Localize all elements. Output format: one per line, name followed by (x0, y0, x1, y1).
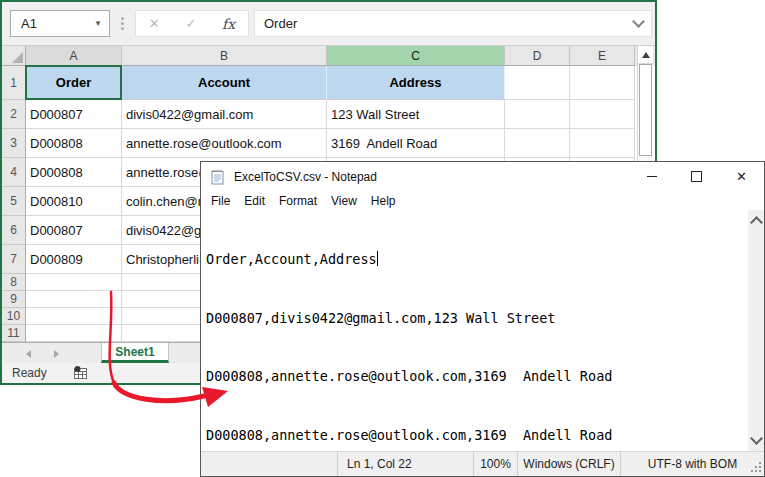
cell-a5[interactable]: D000810 (26, 187, 122, 216)
cell-c2[interactable]: 123 Wall Street (327, 100, 505, 129)
separator-dots-icon (121, 17, 124, 20)
window-controls: ✕ (629, 162, 764, 191)
status-encoding: UTF-8 with BOM (620, 452, 764, 476)
tab-sheet1[interactable]: Sheet1 (101, 343, 169, 363)
formula-bar-expand-icon[interactable] (632, 15, 645, 28)
maximize-icon (691, 171, 702, 182)
column-header-b[interactable]: B (122, 46, 327, 66)
row-header-3[interactable]: 3 (2, 129, 26, 158)
row-header-10[interactable]: 10 (2, 308, 26, 325)
name-box-value: A1 (21, 16, 37, 31)
menu-file[interactable]: File (204, 194, 237, 208)
cell-b2[interactable]: divis0422@gmail.com (122, 100, 327, 129)
status-encoding-label: UTF-8 with BOM (648, 457, 737, 471)
select-all-button[interactable] (2, 46, 26, 66)
menu-help[interactable]: Help (364, 194, 403, 208)
formula-bar-value: Order (264, 16, 297, 31)
macro-record-icon[interactable] (73, 366, 89, 380)
select-all-triangle-icon (12, 52, 23, 63)
cell-c1[interactable]: Address (327, 66, 505, 100)
row-header-6[interactable]: 6 (2, 216, 26, 245)
close-button[interactable]: ✕ (719, 162, 764, 191)
text-line-content: Order,Account,Address (206, 251, 377, 267)
row-header-1[interactable]: 1 (2, 66, 26, 100)
close-icon: ✕ (736, 170, 747, 183)
text-line: Order,Account,Address (206, 250, 748, 270)
cell-a11[interactable] (26, 325, 122, 342)
cell-c3[interactable]: 3169 Andell Road (327, 129, 505, 158)
menu-edit[interactable]: Edit (237, 194, 272, 208)
enter-icon[interactable]: ✓ (185, 16, 196, 31)
maximize-button[interactable] (674, 162, 719, 191)
column-header-row: A B C D E (2, 46, 655, 66)
text-line: D000807,divis0422@gmail.com,123 Wall Str… (206, 309, 748, 329)
notepad-menu-bar: File Edit Format View Help (201, 191, 764, 210)
cell-e2[interactable] (570, 100, 635, 129)
resize-grip-icon[interactable] (750, 461, 762, 473)
cell-a10[interactable] (26, 308, 122, 325)
sheet-nav-left-icon[interactable] (26, 350, 31, 358)
cell-e3[interactable] (570, 129, 635, 158)
cell-d2[interactable] (505, 100, 570, 129)
row-header-9[interactable]: 9 (2, 291, 26, 308)
notepad-app-icon (210, 169, 226, 185)
row-header-2[interactable]: 2 (2, 100, 26, 129)
menu-format[interactable]: Format (272, 194, 324, 208)
cell-e1[interactable] (570, 66, 635, 100)
notepad-title-bar[interactable]: ExcelToCSV.csv - Notepad ✕ (201, 162, 764, 191)
column-header-d[interactable]: D (505, 46, 570, 66)
cell-a4[interactable]: D000808 (26, 158, 122, 187)
formula-buttons-panel: ✕ ✓ fx (135, 10, 249, 37)
cell-a3[interactable]: D000808 (26, 129, 122, 158)
cancel-icon[interactable]: ✕ (149, 16, 160, 31)
formula-bar-row: A1 ▼ ✕ ✓ fx Order (2, 2, 655, 46)
ready-status-label: Ready (12, 366, 47, 380)
scrollbar-down-icon[interactable] (750, 432, 763, 445)
status-zoom: 100% (473, 452, 517, 476)
row-header-5[interactable]: 5 (2, 187, 26, 216)
sheet-row-3: 3 D000808 annette.rose@outlook.com 3169 … (2, 129, 655, 158)
notepad-window: ExcelToCSV.csv - Notepad ✕ File Edit For… (200, 161, 765, 477)
insert-function-icon[interactable]: fx (222, 16, 235, 32)
sheet-row-1: 1 Order Account Address (2, 66, 655, 100)
notepad-status-bar: Ln 1, Col 22 100% Windows (CRLF) UTF-8 w… (201, 451, 764, 476)
cell-a1-selected[interactable]: Order (26, 66, 122, 100)
cell-d1[interactable] (505, 66, 570, 100)
status-line-ending: Windows (CRLF) (517, 452, 620, 476)
cell-a9[interactable] (26, 291, 122, 308)
cell-a7[interactable]: D000809 (26, 245, 122, 274)
sheet-nav-right-icon[interactable] (54, 350, 59, 358)
column-header-c[interactable]: C (327, 46, 505, 66)
text-line: D000808,annette.rose@outlook.com,3169 An… (206, 367, 748, 387)
name-box-dropdown-icon[interactable]: ▼ (94, 19, 102, 28)
text-line: D000808,annette.rose@outlook.com,3169 An… (206, 426, 748, 446)
notepad-vertical-scrollbar[interactable] (748, 210, 764, 451)
formula-bar[interactable]: Order (254, 10, 652, 37)
cell-b1[interactable]: Account (122, 66, 327, 100)
scroll-up-button[interactable] (638, 46, 653, 64)
notepad-title: ExcelToCSV.csv - Notepad (234, 170, 629, 184)
row-header-7[interactable]: 7 (2, 245, 26, 274)
column-header-e[interactable]: E (570, 46, 635, 66)
column-header-a[interactable]: A (26, 46, 122, 66)
status-spacer (201, 452, 337, 476)
scroll-up-icon (642, 52, 650, 58)
text-cursor (377, 251, 378, 266)
minimize-button[interactable] (629, 162, 674, 191)
cell-a6[interactable]: D000807 (26, 216, 122, 245)
notepad-text-area[interactable]: Order,Account,Address D000807,divis0422@… (201, 210, 748, 451)
minimize-icon (647, 176, 657, 177)
cell-a2[interactable]: D000807 (26, 100, 122, 129)
menu-view[interactable]: View (324, 194, 364, 208)
sheet-row-2: 2 D000807 divis0422@gmail.com 123 Wall S… (2, 100, 655, 129)
cell-a8[interactable] (26, 274, 122, 291)
row-header-4[interactable]: 4 (2, 158, 26, 187)
scrollbar-thumb[interactable] (639, 64, 652, 156)
row-header-11[interactable]: 11 (2, 325, 26, 342)
row-header-8[interactable]: 8 (2, 274, 26, 291)
name-box[interactable]: A1 ▼ (10, 10, 110, 37)
cell-b3[interactable]: annette.rose@outlook.com (122, 129, 327, 158)
scrollbar-up-icon[interactable] (750, 216, 763, 229)
cell-d3[interactable] (505, 129, 570, 158)
status-line-col: Ln 1, Col 22 (337, 452, 473, 476)
